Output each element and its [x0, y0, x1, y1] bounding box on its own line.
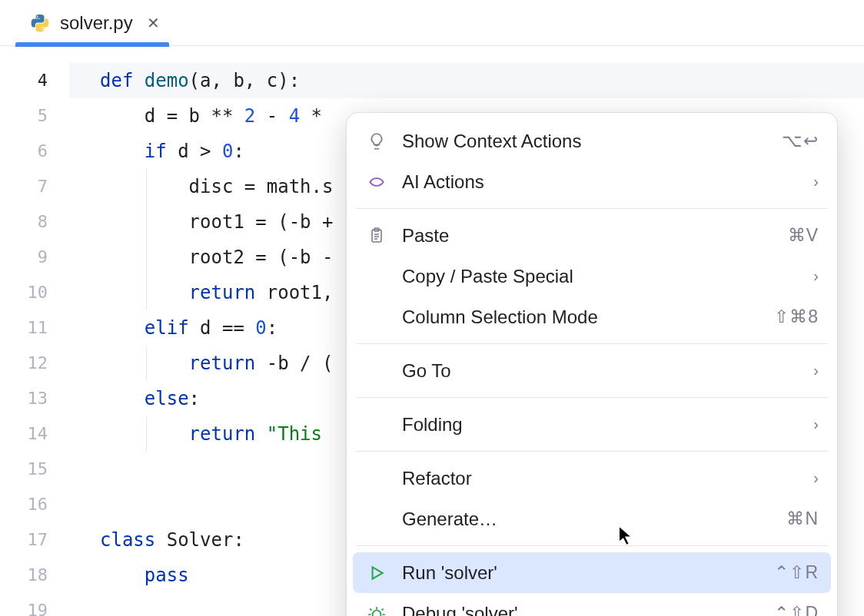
code-editor[interactable]: 45678910111213141516171819 def demo(a, b… — [0, 46, 864, 616]
menu-item-go-to[interactable]: Go To› — [347, 350, 837, 391]
code-line[interactable]: def demo(a, b, c): — [69, 63, 864, 98]
chevron-right-icon: › — [813, 362, 819, 379]
debug-icon — [365, 602, 388, 617]
chevron-right-icon: › — [813, 416, 819, 433]
tab-close-icon[interactable]: ✕ — [147, 14, 160, 32]
menu-separator — [356, 208, 828, 209]
line-number: 19 — [0, 593, 69, 616]
menu-item-column-selection-mode[interactable]: Column Selection Mode⇧⌘8 — [347, 296, 837, 337]
line-number: 5 — [0, 98, 69, 134]
menu-separator — [356, 451, 828, 452]
menu-item-label: Show Context Actions — [402, 131, 768, 152]
python-icon — [29, 12, 51, 34]
menu-item-debug-solver[interactable]: Debug 'solver'⌃⇧D — [347, 593, 837, 616]
run-icon — [365, 561, 388, 585]
menu-item-label: Generate… — [402, 508, 773, 530]
line-number: 14 — [0, 416, 69, 452]
menu-item-generate[interactable]: Generate…⌘N — [347, 498, 837, 539]
menu-item-label: Debug 'solver' — [402, 603, 760, 617]
menu-item-label: AI Actions — [402, 171, 799, 193]
menu-separator — [356, 545, 828, 546]
line-number: 15 — [0, 452, 69, 487]
line-number: 4 — [0, 63, 69, 98]
line-number: 7 — [0, 169, 69, 204]
line-number: 13 — [0, 381, 69, 416]
menu-item-label: Run 'solver' — [402, 562, 760, 584]
menu-item-label: Column Selection Mode — [402, 306, 760, 328]
tab-bar: solver.py ✕ — [0, 0, 864, 46]
svg-marker-5 — [373, 567, 383, 578]
menu-shortcut: ⌥↩ — [782, 131, 819, 151]
svg-point-6 — [373, 610, 381, 616]
line-number: 16 — [0, 487, 69, 522]
menu-shortcut: ⌃⇧D — [774, 603, 819, 616]
ai-icon — [365, 171, 388, 194]
menu-item-label: Paste — [402, 225, 774, 247]
menu-item-run-solver[interactable]: Run 'solver'⌃⇧R — [353, 552, 831, 593]
paste-icon — [365, 224, 388, 247]
line-number: 17 — [0, 522, 69, 558]
context-menu: Show Context Actions⌥↩AI Actions›Paste⌘V… — [346, 112, 838, 616]
menu-item-ai-actions[interactable]: AI Actions› — [347, 161, 837, 202]
tab-filename: solver.py — [60, 12, 133, 34]
menu-separator — [356, 397, 828, 398]
menu-item-copy-paste-special[interactable]: Copy / Paste Special› — [347, 256, 837, 296]
line-number: 9 — [0, 240, 69, 275]
lightbulb-icon — [365, 130, 388, 153]
menu-shortcut: ⌘V — [788, 225, 819, 246]
menu-separator — [356, 343, 828, 344]
menu-item-label: Refactor — [402, 468, 799, 489]
line-gutter: 45678910111213141516171819 — [0, 46, 69, 616]
line-number: 11 — [0, 310, 69, 346]
line-number: 6 — [0, 134, 69, 169]
line-number: 10 — [0, 275, 69, 310]
line-number: 18 — [0, 558, 69, 593]
menu-item-refactor[interactable]: Refactor› — [347, 458, 837, 498]
chevron-right-icon: › — [813, 173, 819, 190]
file-tab[interactable]: solver.py ✕ — [15, 0, 174, 46]
menu-item-label: Copy / Paste Special — [402, 266, 799, 287]
menu-shortcut: ⇧⌘8 — [774, 306, 819, 327]
menu-shortcut: ⌃⇧R — [774, 562, 819, 583]
line-number: 8 — [0, 204, 69, 240]
line-number: 12 — [0, 346, 69, 381]
menu-item-label: Go To — [402, 360, 799, 382]
menu-item-label: Folding — [402, 414, 799, 436]
menu-item-show-context-actions[interactable]: Show Context Actions⌥↩ — [347, 121, 837, 161]
chevron-right-icon: › — [813, 469, 819, 487]
menu-item-folding[interactable]: Folding› — [347, 404, 837, 445]
menu-item-paste[interactable]: Paste⌘V — [347, 215, 837, 256]
chevron-right-icon: › — [813, 267, 819, 285]
menu-shortcut: ⌘N — [786, 508, 819, 529]
